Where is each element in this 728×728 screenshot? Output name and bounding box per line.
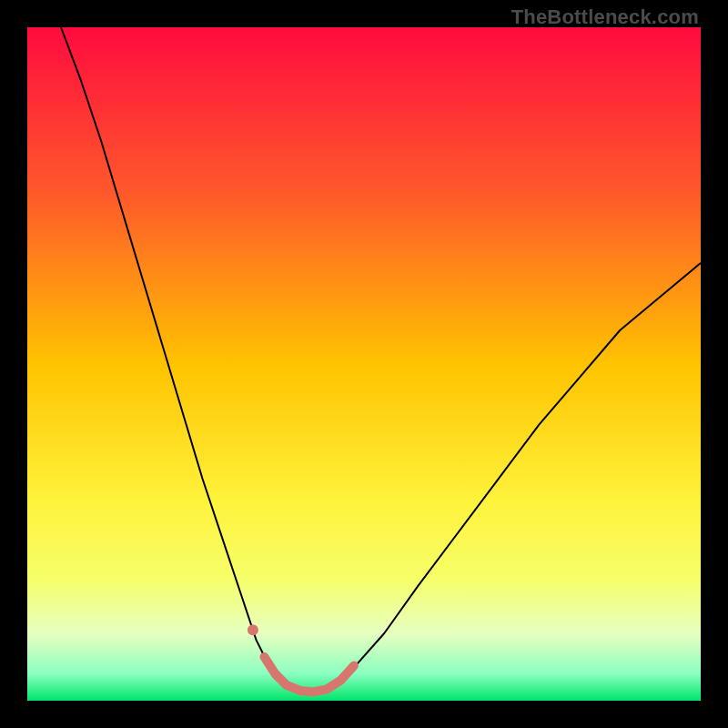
bottleneck-chart [27, 27, 701, 701]
marker-highlight-dot [248, 624, 258, 635]
gradient-background [27, 27, 701, 701]
marker-layer [248, 624, 258, 635]
watermark-text: TheBottleneck.com [511, 5, 699, 29]
chart-frame [27, 27, 701, 701]
